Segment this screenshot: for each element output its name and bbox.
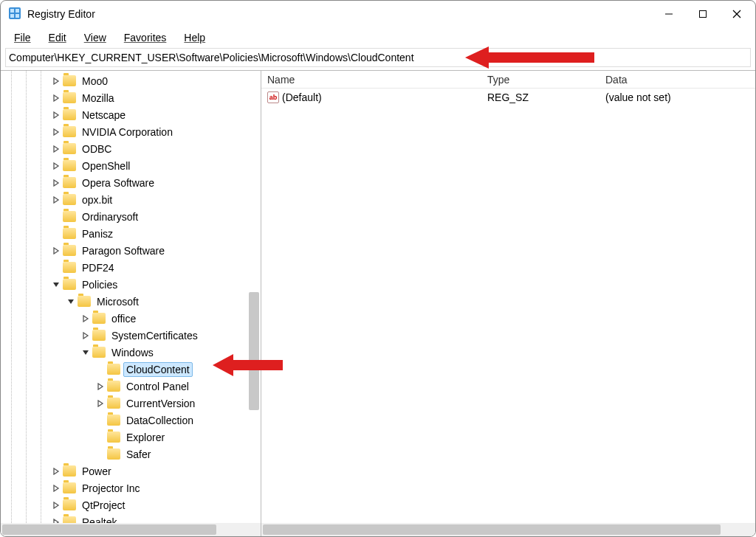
- expand-caret-icon[interactable]: [51, 280, 61, 290]
- expand-caret-icon[interactable]: [95, 449, 106, 460]
- expand-caret-icon[interactable]: [51, 127, 61, 137]
- tree-pane[interactable]: Moo0MozillaNetscapeNVIDIA CorporationODB…: [1, 71, 261, 536]
- menu-view[interactable]: View: [75, 29, 115, 46]
- tree-node[interactable]: Control Panel: [1, 378, 261, 395]
- tree-node-label[interactable]: Microsoft: [94, 294, 142, 309]
- tree-node[interactable]: opx.bit: [1, 191, 261, 208]
- tree-node-label[interactable]: Mozilla: [79, 91, 117, 105]
- column-type[interactable]: Type: [487, 74, 605, 86]
- expand-caret-icon[interactable]: [51, 517, 61, 524]
- tree-node-label[interactable]: Panisz: [79, 226, 116, 241]
- tree-node[interactable]: OpenShell: [1, 157, 261, 174]
- tree-node-label[interactable]: opx.bit: [79, 193, 115, 207]
- tree-node-label[interactable]: Safer: [123, 447, 154, 462]
- tree-node-label[interactable]: Power: [79, 464, 114, 479]
- tree-node[interactable]: Ordinarysoft: [1, 208, 261, 225]
- tree-node[interactable]: PDF24: [1, 259, 261, 276]
- expand-caret-icon[interactable]: [51, 161, 61, 171]
- tree-node[interactable]: Moo0: [1, 72, 261, 89]
- tree-node-label[interactable]: CloudContent: [123, 362, 193, 377]
- tree-node[interactable]: Microsoft: [1, 293, 261, 310]
- expand-caret-icon[interactable]: [95, 398, 106, 409]
- tree-node-label[interactable]: NVIDIA Corporation: [79, 125, 176, 139]
- folder-icon: [107, 381, 120, 392]
- menu-help[interactable]: Help: [175, 29, 214, 46]
- values-header[interactable]: Name Type Data: [261, 71, 755, 89]
- tree-node[interactable]: Power: [1, 462, 261, 479]
- tree-node-label[interactable]: Netscape: [79, 108, 128, 122]
- expand-caret-icon[interactable]: [51, 195, 61, 205]
- tree-node-label[interactable]: Opera Software: [79, 176, 157, 190]
- expand-caret-icon[interactable]: [51, 246, 61, 256]
- expand-caret-icon[interactable]: [95, 432, 106, 443]
- tree-node[interactable]: Netscape: [1, 106, 261, 123]
- expand-caret-icon[interactable]: [80, 313, 91, 324]
- menu-favorites[interactable]: Favorites: [115, 29, 176, 46]
- values-horizontal-scrollbar[interactable]: [261, 523, 755, 536]
- tree-vertical-scrollbar[interactable]: [249, 292, 259, 410]
- menu-file[interactable]: File: [5, 29, 40, 46]
- address-bar[interactable]: Computer\HKEY_CURRENT_USER\Software\Poli…: [5, 48, 751, 67]
- tree-node[interactable]: Mozilla: [1, 89, 261, 106]
- expand-caret-icon[interactable]: [51, 466, 61, 477]
- expand-caret-icon[interactable]: [51, 178, 61, 188]
- expand-caret-icon[interactable]: [80, 330, 91, 341]
- menu-edit[interactable]: Edit: [40, 29, 75, 46]
- expand-caret-icon[interactable]: [95, 381, 106, 392]
- expand-caret-icon[interactable]: [80, 347, 91, 358]
- tree-node[interactable]: Policies: [1, 276, 261, 293]
- expand-caret-icon[interactable]: [51, 110, 61, 120]
- tree-node-label[interactable]: Moo0: [79, 74, 111, 89]
- tree-node[interactable]: Panisz: [1, 225, 261, 242]
- expand-caret-icon[interactable]: [51, 93, 61, 103]
- tree-node[interactable]: Safer: [1, 446, 261, 462]
- tree-node-label[interactable]: Windows: [109, 345, 157, 360]
- expand-caret-icon[interactable]: [51, 263, 61, 273]
- expand-caret-icon[interactable]: [51, 229, 61, 239]
- expand-caret-icon[interactable]: [51, 144, 61, 154]
- close-button[interactable]: [720, 1, 754, 27]
- tree-node[interactable]: Paragon Software: [1, 242, 261, 259]
- tree-node-label[interactable]: Explorer: [123, 430, 168, 445]
- expand-caret-icon[interactable]: [51, 483, 61, 493]
- tree-node[interactable]: DataCollection: [1, 412, 261, 429]
- titlebar[interactable]: Registry Editor: [1, 1, 755, 27]
- expand-caret-icon[interactable]: [66, 297, 76, 307]
- tree-node[interactable]: Explorer: [1, 429, 261, 446]
- expand-caret-icon[interactable]: [51, 76, 61, 86]
- tree-node[interactable]: QtProject: [1, 496, 261, 513]
- expand-caret-icon[interactable]: [51, 212, 61, 222]
- tree-node-label[interactable]: ODBC: [79, 142, 114, 156]
- tree-node-label[interactable]: Realtek: [79, 515, 120, 524]
- tree-node[interactable]: office: [1, 310, 261, 327]
- column-data[interactable]: Data: [605, 74, 755, 86]
- expand-caret-icon[interactable]: [51, 500, 61, 510]
- tree-node[interactable]: Realtek: [1, 513, 261, 523]
- column-name[interactable]: Name: [267, 74, 487, 86]
- tree-node-label[interactable]: Ordinarysoft: [79, 209, 141, 224]
- tree-node-label[interactable]: Control Panel: [123, 379, 192, 394]
- tree-node[interactable]: Projector Inc: [1, 479, 261, 496]
- tree-node-label[interactable]: CurrentVersion: [123, 396, 198, 411]
- tree-node[interactable]: Opera Software: [1, 174, 261, 191]
- tree-node[interactable]: NVIDIA Corporation: [1, 123, 261, 140]
- tree-node-label[interactable]: QtProject: [79, 498, 128, 513]
- values-pane[interactable]: Name Type Data ab(Default)REG_SZ(value n…: [261, 71, 755, 536]
- tree-node-label[interactable]: Paragon Software: [79, 243, 168, 258]
- tree-node-label[interactable]: PDF24: [79, 260, 117, 275]
- minimize-button[interactable]: [652, 1, 686, 27]
- tree-node-label[interactable]: Projector Inc: [79, 481, 143, 496]
- tree-node[interactable]: ODBC: [1, 140, 261, 157]
- tree-node[interactable]: SystemCertificates: [1, 327, 261, 344]
- expand-caret-icon[interactable]: [95, 415, 106, 426]
- tree-node[interactable]: CurrentVersion: [1, 395, 261, 412]
- expand-caret-icon[interactable]: [95, 364, 106, 375]
- tree-node-label[interactable]: DataCollection: [123, 413, 196, 428]
- value-row[interactable]: ab(Default)REG_SZ(value not set): [261, 89, 755, 106]
- tree-horizontal-scrollbar[interactable]: [1, 523, 261, 536]
- tree-node-label[interactable]: OpenShell: [79, 159, 133, 173]
- tree-node-label[interactable]: SystemCertificates: [109, 328, 201, 343]
- tree-node-label[interactable]: Policies: [79, 277, 120, 292]
- tree-node-label[interactable]: office: [109, 311, 139, 326]
- maximize-button[interactable]: [686, 1, 720, 27]
